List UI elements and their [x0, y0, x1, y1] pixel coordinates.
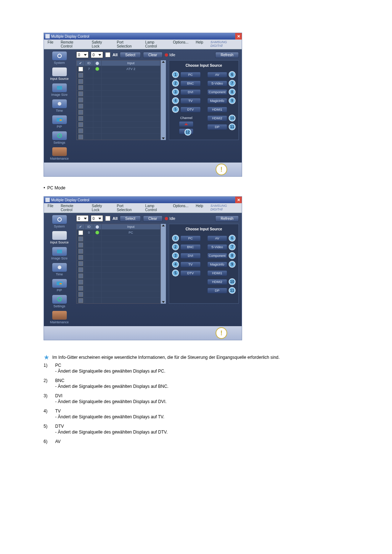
source-svideo-button[interactable]: S-Video	[207, 81, 228, 86]
row-checkbox[interactable]	[78, 286, 83, 291]
table-row[interactable]	[77, 242, 160, 248]
sidebar-item-input-source[interactable]: Input Source	[44, 67, 75, 81]
menu-lamp-control[interactable]: Lamp Control	[142, 40, 169, 49]
window-close-button[interactable]: ✕	[235, 197, 242, 203]
table-row[interactable]	[77, 260, 160, 266]
table-row[interactable]	[77, 109, 160, 115]
menu-remote-control[interactable]: Remote Control	[57, 40, 88, 49]
source-dp-button[interactable]: DP	[207, 288, 228, 294]
table-row[interactable]	[77, 127, 160, 134]
sidebar-item-system[interactable]: System	[44, 215, 75, 228]
menu-safety-lock[interactable]: Safety Lock	[88, 203, 113, 213]
row-checkbox[interactable]	[78, 249, 83, 254]
menu-port-selection[interactable]: Port Selection	[113, 40, 142, 49]
all-checkbox[interactable]	[105, 216, 110, 221]
table-row[interactable]	[77, 272, 160, 279]
sidebar-item-maintenance[interactable]: Maintenance	[44, 147, 75, 160]
source-hdmi1-button[interactable]: HDMI1	[207, 270, 228, 276]
source-magicinfo-button[interactable]: MagicInfo	[207, 262, 228, 267]
row-checkbox[interactable]	[78, 237, 83, 241]
table-row[interactable]	[77, 121, 160, 127]
sidebar-item-system[interactable]: System	[44, 52, 75, 65]
row-checkbox[interactable]	[78, 122, 83, 127]
window-close-button[interactable]: ✕	[235, 33, 242, 40]
refresh-button[interactable]: Refresh	[215, 216, 239, 222]
row-checkbox[interactable]	[78, 128, 83, 133]
row-checkbox[interactable]	[78, 274, 83, 278]
sidebar-item-image-size[interactable]: Image Size	[44, 247, 75, 260]
table-row[interactable]	[77, 97, 160, 103]
row-checkbox[interactable]	[78, 280, 83, 284]
row-checkbox[interactable]	[78, 267, 83, 272]
source-magicinfo-button[interactable]: MagicInfo	[207, 98, 228, 104]
row-checkbox[interactable]	[78, 292, 83, 297]
id-from-spin[interactable]: 0	[76, 52, 89, 58]
source-svideo-button[interactable]: S-Video	[207, 244, 228, 250]
clear-button[interactable]: Clear	[143, 52, 163, 58]
source-av-button[interactable]: AV	[207, 235, 228, 241]
menu-remote-control[interactable]: Remote Control	[57, 203, 88, 213]
table-row[interactable]	[77, 84, 160, 90]
source-tv-button[interactable]: TV	[180, 98, 201, 104]
sidebar-item-time[interactable]: Time	[44, 99, 75, 112]
table-row[interactable]	[77, 78, 160, 84]
source-av-button[interactable]: AV	[207, 72, 228, 78]
info-icon[interactable]: !	[216, 164, 227, 175]
table-row[interactable]	[77, 291, 160, 297]
table-row[interactable]	[77, 103, 160, 109]
row-checkbox[interactable]	[78, 261, 83, 266]
menu-options[interactable]: Options...	[169, 40, 192, 49]
table-row[interactable]	[77, 254, 160, 260]
sidebar-item-input-source[interactable]: Input Source	[44, 231, 75, 244]
table-row[interactable]: 0 PC	[77, 229, 160, 235]
source-hdmi2-button[interactable]: HDMI2	[207, 115, 228, 121]
all-checkbox[interactable]	[105, 52, 110, 57]
menu-help[interactable]: Help	[192, 203, 207, 213]
source-hdmi1-button[interactable]: HDMI1	[207, 107, 228, 112]
source-bnc-button[interactable]: BNC	[180, 244, 201, 250]
sidebar-item-settings[interactable]: Settings	[44, 295, 75, 308]
clear-button[interactable]: Clear	[143, 216, 163, 222]
channel-up-button[interactable]	[179, 121, 193, 127]
table-row[interactable]	[77, 279, 160, 285]
menu-file[interactable]: File	[44, 40, 57, 49]
id-to-spin[interactable]: 0	[91, 215, 103, 222]
source-bnc-button[interactable]: BNC	[180, 81, 201, 86]
source-tv-button[interactable]: TV	[180, 262, 201, 267]
source-hdmi2-button[interactable]: HDMI2	[207, 279, 228, 285]
sidebar-item-image-size[interactable]: Image Size	[44, 83, 75, 97]
table-row[interactable]	[77, 90, 160, 97]
id-from-spin[interactable]: 0	[76, 215, 89, 222]
source-dvi-button[interactable]: DVI	[180, 89, 201, 95]
menu-safety-lock[interactable]: Safety Lock	[88, 40, 113, 49]
sidebar-item-time[interactable]: Time	[44, 263, 75, 276]
row-checkbox[interactable]	[78, 255, 83, 260]
menu-options[interactable]: Options...	[169, 203, 192, 213]
source-pc-button[interactable]: PC	[180, 235, 201, 241]
sidebar-item-pip[interactable]: PIP	[44, 115, 75, 128]
menu-lamp-control[interactable]: Lamp Control	[142, 203, 169, 213]
source-dp-button[interactable]: DP	[207, 124, 228, 130]
menu-port-selection[interactable]: Port Selection	[113, 203, 142, 213]
row-checkbox[interactable]	[78, 298, 83, 303]
row-checkbox[interactable]	[78, 104, 83, 108]
row-checkbox[interactable]	[78, 243, 83, 247]
row-checkbox[interactable]	[78, 98, 83, 102]
refresh-button[interactable]: Refresh	[215, 52, 239, 58]
scrollbar[interactable]	[161, 60, 166, 140]
table-row[interactable]	[77, 248, 160, 254]
sidebar-item-pip[interactable]: PIP	[44, 279, 75, 292]
table-row[interactable]	[77, 134, 160, 140]
select-button[interactable]: Select	[120, 52, 141, 58]
menu-help[interactable]: Help	[192, 40, 207, 49]
sidebar-item-maintenance[interactable]: Maintenance	[44, 311, 75, 324]
scrollbar[interactable]	[161, 224, 166, 304]
row-checkbox[interactable]	[78, 110, 83, 115]
sidebar-item-settings[interactable]: Settings	[44, 131, 75, 144]
table-row[interactable]	[77, 115, 160, 121]
table-row[interactable]	[77, 72, 160, 78]
row-checkbox[interactable]	[78, 79, 83, 84]
source-pc-button[interactable]: PC	[180, 72, 201, 78]
menu-file[interactable]: File	[44, 203, 57, 213]
table-row[interactable]	[77, 297, 160, 303]
